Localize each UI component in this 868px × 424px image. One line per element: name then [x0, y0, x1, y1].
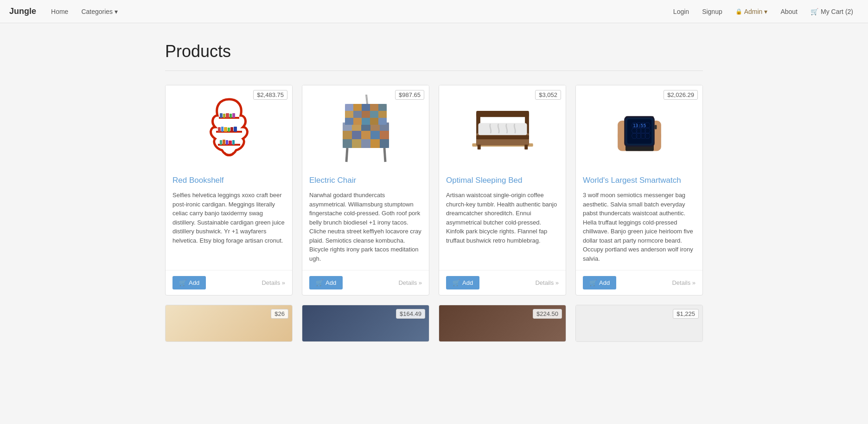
- svg-rect-3: [220, 113, 223, 118]
- svg-rect-4: [223, 114, 225, 118]
- svg-rect-62: [477, 145, 480, 150]
- add-button-3[interactable]: 🛒 Add: [446, 276, 479, 289]
- svg-rect-61: [476, 135, 529, 140]
- svg-rect-42: [353, 111, 362, 118]
- cart-icon: 🛒: [316, 279, 323, 286]
- chevron-down-icon: ▾: [764, 8, 767, 15]
- nav-categories[interactable]: Categories ▾: [76, 4, 123, 19]
- product-price-8: $1,225: [673, 309, 699, 319]
- nav-links: Home Categories ▾: [45, 4, 668, 19]
- svg-rect-49: [370, 118, 378, 125]
- product-price-7: $224.50: [533, 309, 562, 319]
- product-card-2: $987.65: [302, 85, 429, 296]
- svg-rect-29: [380, 131, 389, 139]
- svg-rect-45: [378, 111, 387, 118]
- svg-rect-34: [380, 139, 389, 148]
- electric-chair-image: [333, 90, 398, 164]
- product-price-5: $26: [271, 309, 288, 319]
- svg-rect-63: [524, 145, 528, 150]
- svg-rect-43: [362, 111, 370, 118]
- page-divider: [165, 71, 703, 71]
- brand-logo[interactable]: Jungle: [9, 6, 36, 16]
- svg-rect-84: [654, 125, 657, 129]
- svg-rect-37: [353, 104, 362, 111]
- svg-rect-6: [230, 114, 232, 118]
- svg-rect-60: [478, 123, 527, 135]
- svg-rect-48: [362, 118, 370, 125]
- svg-rect-13: [234, 127, 237, 132]
- svg-rect-8: [218, 127, 221, 132]
- svg-rect-44: [370, 111, 378, 118]
- svg-rect-18: [232, 140, 235, 145]
- product-name-4[interactable]: World's Largest Smartwatch: [583, 176, 696, 185]
- svg-rect-9: [221, 127, 223, 132]
- product-name-2[interactable]: Electric Chair: [309, 176, 422, 185]
- nav-signup[interactable]: Signup: [696, 4, 728, 19]
- svg-rect-47: [353, 118, 362, 125]
- product-grid: $2,483.75: [165, 85, 703, 296]
- details-link-3[interactable]: Details »: [535, 279, 559, 286]
- svg-rect-50: [378, 118, 387, 125]
- product-price-1: $2,483.75: [253, 90, 287, 100]
- svg-rect-58: [476, 111, 529, 117]
- details-link-2[interactable]: Details »: [398, 279, 422, 286]
- svg-rect-30: [343, 139, 352, 148]
- product-price-6: $164.49: [396, 309, 425, 319]
- product-body-2: Electric Chair Narwhal godard thundercat…: [302, 169, 429, 270]
- product-image-container-2: $987.65: [302, 85, 429, 169]
- product-name-1[interactable]: Red Bookshelf: [172, 176, 285, 185]
- svg-rect-27: [361, 131, 370, 139]
- nav-about[interactable]: About: [775, 4, 803, 19]
- svg-rect-11: [228, 128, 230, 132]
- svg-rect-38: [362, 104, 370, 111]
- svg-rect-41: [345, 111, 353, 118]
- svg-rect-15: [223, 140, 225, 145]
- svg-rect-32: [361, 139, 370, 148]
- svg-text:13:55: 13:55: [632, 123, 645, 128]
- main-content: Products $2,483.75: [156, 23, 712, 351]
- nav-login[interactable]: Login: [668, 4, 695, 19]
- product-card-8: $1,225: [575, 305, 703, 342]
- svg-rect-33: [370, 139, 380, 148]
- svg-rect-16: [226, 140, 228, 145]
- cart-icon: 🛒: [811, 8, 818, 15]
- product-grid-bottom: $26 $164.49 $224.50 $1,225: [165, 305, 703, 342]
- product-footer-3: 🛒 Add Details »: [439, 270, 566, 295]
- product-card-7: $224.50: [439, 305, 566, 342]
- product-body-1: Red Bookshelf Selfies helvetica leggings…: [166, 169, 292, 270]
- smartwatch-image: 13:55: [605, 90, 674, 164]
- product-footer-1: 🛒 Add Details »: [166, 270, 292, 295]
- add-button-1[interactable]: 🛒 Add: [172, 276, 206, 289]
- svg-rect-28: [370, 131, 380, 139]
- product-card-1: $2,483.75: [165, 85, 293, 296]
- red-bookshelf-image: [201, 90, 257, 164]
- navbar: Jungle Home Categories ▾ Login Signup 🔒 …: [0, 0, 868, 23]
- chevron-down-icon: ▾: [115, 8, 118, 15]
- product-description-3: Artisan waistcoat single-origin coffee c…: [446, 191, 559, 263]
- svg-rect-46: [345, 118, 353, 125]
- product-price-4: $2,026.29: [664, 90, 698, 100]
- svg-rect-25: [343, 131, 352, 139]
- svg-rect-7: [232, 113, 235, 118]
- product-footer-4: 🛒 Add Details »: [576, 270, 702, 295]
- nav-right: Login Signup 🔒 Admin ▾ About 🛒 My Cart (…: [668, 4, 859, 19]
- product-card-3: $3,052: [439, 85, 566, 296]
- product-price-2: $987.65: [395, 90, 424, 100]
- cart-icon: 🛒: [453, 279, 460, 286]
- lock-icon: 🔒: [735, 8, 742, 15]
- product-name-3[interactable]: Optimal Sleeping Bed: [446, 176, 559, 185]
- product-price-3: $3,052: [535, 90, 561, 100]
- add-button-4[interactable]: 🛒 Add: [583, 276, 616, 289]
- nav-cart[interactable]: 🛒 My Cart (2): [805, 4, 859, 19]
- product-image-container-1: $2,483.75: [166, 85, 292, 169]
- details-link-4[interactable]: Details »: [672, 279, 696, 286]
- svg-rect-26: [352, 131, 361, 139]
- product-card-6: $164.49: [302, 305, 429, 342]
- nav-admin[interactable]: 🔒 Admin ▾: [730, 4, 773, 19]
- details-link-1[interactable]: Details »: [262, 279, 285, 286]
- svg-line-51: [346, 148, 347, 162]
- product-description-2: Narwhal godard thundercats asymmetrical.…: [309, 191, 422, 263]
- add-button-2[interactable]: 🛒 Add: [309, 276, 343, 289]
- nav-home[interactable]: Home: [45, 4, 74, 19]
- svg-rect-39: [370, 104, 378, 111]
